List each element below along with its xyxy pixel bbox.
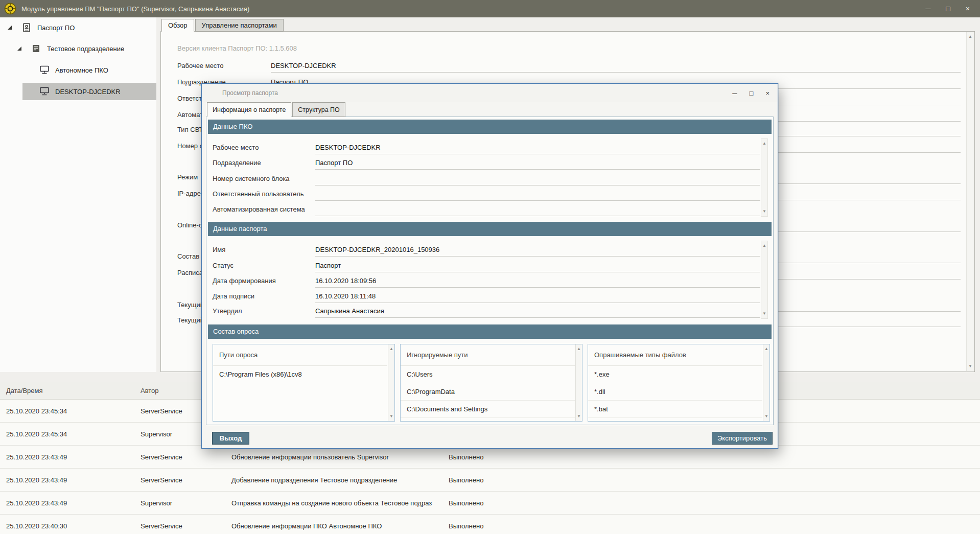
listbox-scrollbar[interactable]: ▲ ▼ <box>388 344 394 421</box>
field-value-input[interactable]: Сапрыкина Анастасия <box>315 305 760 318</box>
sidebar-item-desktop-djcedkr[interactable]: DESKTOP-DJCEDKR <box>0 83 156 100</box>
passport-section-scrollbar[interactable]: ▲ ▼ <box>761 241 768 319</box>
exit-button[interactable]: Выход <box>212 432 249 445</box>
log-cell-datetime: 25.10.2020 23:43:49 <box>6 453 67 461</box>
field-value-input[interactable]: DESKTOP-DJCEDKR_20201016_150936 <box>315 243 760 257</box>
scroll-up-icon[interactable]: ▲ <box>577 344 581 354</box>
tab-manage-passports[interactable]: Управление паспортами <box>195 19 284 32</box>
log-cell-action: Отправка команды на создание нового объе… <box>231 499 432 507</box>
main-tab-bar: Обзор Управление паспортами <box>161 19 285 32</box>
sidebar-item-test-division[interactable]: Тестовое подразделение <box>0 40 156 57</box>
field-label: Состав <box>177 252 199 260</box>
sidebar-item-autonomous-pko[interactable]: Автономное ПКО <box>0 61 156 79</box>
division-icon <box>31 44 42 53</box>
field-value-input[interactable] <box>315 188 760 201</box>
log-row[interactable]: 25.10.2020 23:40:30 ServerService Обновл… <box>0 515 980 534</box>
field-label: Утвердил <box>213 307 242 315</box>
field-value-input[interactable]: DESKTOP-DJCEDKR <box>271 59 961 73</box>
minimize-icon[interactable]: ─ <box>925 5 930 13</box>
listbox-header: Опрашиваемые типы файлов <box>588 344 762 366</box>
log-cell-status: Выполнено <box>449 453 483 461</box>
scroll-down-icon[interactable]: ▼ <box>389 412 393 421</box>
log-row[interactable]: 25.10.2020 23:43:49 ServerService Добавл… <box>0 469 980 492</box>
section-header-passport: Данные паспорта <box>208 222 772 236</box>
log-cell-author: ServerService <box>141 522 182 530</box>
log-row[interactable]: 25.10.2020 23:43:49 Supervisor Отправка … <box>0 492 980 515</box>
sidebar-item-label: Автономное ПКО <box>55 66 108 74</box>
scroll-down-icon[interactable]: ▼ <box>577 412 581 421</box>
tab-passport-info[interactable]: Информация о паспорте <box>207 102 291 117</box>
app-logo-icon <box>4 3 16 15</box>
scroll-up-icon[interactable]: ▲ <box>762 139 766 148</box>
field-value-input[interactable] <box>315 172 760 185</box>
dialog-close-icon[interactable]: × <box>765 89 769 97</box>
listbox-scrollbar[interactable]: ▲ ▼ <box>575 344 582 421</box>
list-item[interactable]: *.bat <box>588 401 762 418</box>
scroll-down-icon[interactable]: ▼ <box>762 309 766 318</box>
scroll-down-icon[interactable]: ▼ <box>968 362 972 371</box>
field-value-input[interactable]: Паспорт <box>315 259 760 272</box>
log-cell-action: Добавление подразделения Тестовое подраз… <box>231 476 397 484</box>
sidebar-item-passport-po[interactable]: Паспорт ПО <box>0 19 156 36</box>
maximize-icon[interactable]: □ <box>946 5 950 13</box>
tree-expander-icon[interactable] <box>17 47 21 51</box>
field-row: Имя DESKTOP-DJCEDKR_20201016_150936 <box>206 243 773 257</box>
sidebar-item-label: DESKTOP-DJCEDKR <box>55 88 121 96</box>
tab-software-structure[interactable]: Структура ПО <box>292 102 345 117</box>
log-cell-action: Обновление информации пользователь Super… <box>231 453 389 461</box>
pko-section-scrollbar[interactable]: ▲ ▼ <box>761 138 768 217</box>
tab-overview[interactable]: Обзор <box>161 19 194 32</box>
field-row: Утвердил Сапрыкина Анастасия <box>206 305 773 318</box>
list-item[interactable]: C:\Users <box>401 366 575 383</box>
field-value-input[interactable]: DESKTOP-DJCEDKR <box>315 141 760 154</box>
passport-view-dialog: Просмотр паспорта ─ □ × Информация о пас… <box>201 83 778 449</box>
log-row[interactable]: 25.10.2020 23:43:49 ServerService Обновл… <box>0 446 980 469</box>
tree-expander-icon[interactable] <box>8 26 12 30</box>
field-label: Online-с <box>177 221 202 229</box>
list-item[interactable]: C:\Program Files (x86)\1cv8 <box>213 366 387 383</box>
log-cell-author: ServerService <box>141 476 182 484</box>
scroll-up-icon[interactable]: ▲ <box>762 241 766 250</box>
scroll-up-icon[interactable]: ▲ <box>389 344 393 354</box>
field-label: Ответственный пользователь <box>213 190 304 198</box>
selected-highlight[interactable]: DESKTOP-DJCEDKR <box>22 83 156 100</box>
field-label: Текущий <box>177 301 204 309</box>
list-item[interactable]: *.exe <box>588 366 762 383</box>
log-cell-author: ServerService <box>141 407 182 415</box>
field-label: Дата формирования <box>213 277 276 285</box>
log-cell-status: Выполнено <box>449 499 483 507</box>
field-value-input[interactable]: 16.10.2020 18:09:56 <box>315 274 760 288</box>
sidebar-item-label: Тестовое подразделение <box>47 45 124 53</box>
window-title: Модуль управления ПМ "Паспорт ПО" (Super… <box>21 5 249 13</box>
scroll-down-icon[interactable]: ▼ <box>762 207 766 216</box>
log-cell-status: Выполнено <box>449 522 483 530</box>
field-value-input[interactable] <box>315 203 760 216</box>
log-header-datetime: Дата/Время <box>6 387 43 394</box>
list-item[interactable]: C:\ProgramData <box>401 383 575 401</box>
scroll-down-icon[interactable]: ▼ <box>764 412 768 421</box>
field-value-input[interactable]: 16.10.2020 18:11:48 <box>315 290 760 303</box>
field-label: Подразделение <box>213 159 261 167</box>
log-cell-author: ServerService <box>141 453 182 461</box>
field-value-input[interactable]: Паспорт ПО <box>315 156 760 170</box>
listbox-header: Игнорируемые пути <box>401 344 575 366</box>
export-button[interactable]: Экспортировать <box>712 432 773 445</box>
log-cell-status: Выполнено <box>449 476 483 484</box>
log-cell-datetime: 25.10.2020 23:45:34 <box>6 407 67 415</box>
field-row: Рабочее место DESKTOP-DJCEDKR <box>161 59 974 73</box>
dialog-maximize-icon[interactable]: □ <box>750 89 754 97</box>
list-item[interactable]: C:\Documents and Settings <box>401 401 575 418</box>
listbox-header: Пути опроса <box>213 344 387 366</box>
field-label: Номер системного блока <box>213 175 290 182</box>
listbox-scrollbar[interactable]: ▲ ▼ <box>763 344 769 421</box>
list-item[interactable]: *.dll <box>588 383 762 401</box>
field-row: Дата подписи 16.10.2020 18:11:48 <box>206 290 773 303</box>
field-row: Подразделение Паспорт ПО <box>206 156 773 170</box>
dialog-minimize-icon[interactable]: ─ <box>732 89 737 97</box>
overview-scrollbar[interactable]: ▲ ▼ <box>966 32 974 371</box>
field-label: Текущий <box>177 316 204 324</box>
scroll-up-icon[interactable]: ▲ <box>968 32 972 41</box>
close-icon[interactable]: × <box>966 5 970 13</box>
sidebar-tree: Паспорт ПО Тестовое подразделение Автоно… <box>0 17 156 372</box>
scroll-up-icon[interactable]: ▲ <box>764 344 768 354</box>
